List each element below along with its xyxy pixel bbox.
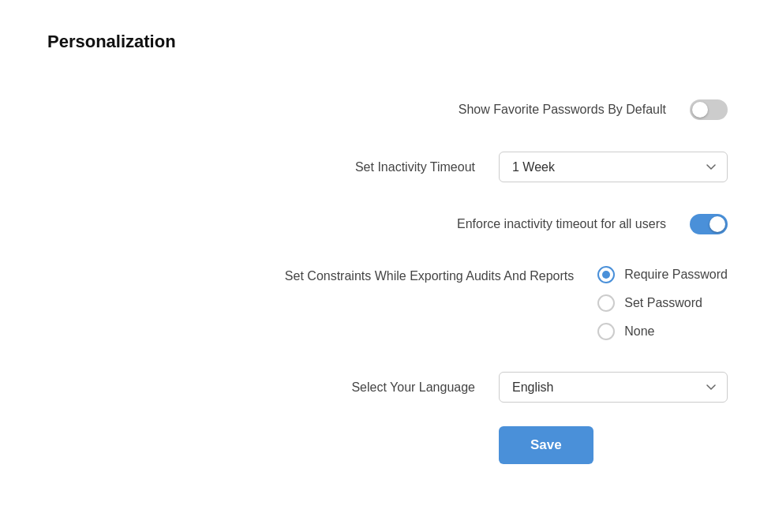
radio-set-password[interactable]: Set Password: [597, 294, 728, 312]
enforce-timeout-row: Enforce inactivity timeout for all users: [47, 198, 728, 250]
inactivity-timeout-select[interactable]: Never 15 Minutes 30 Minutes 1 Hour 1 Day…: [499, 152, 728, 182]
show-favorite-toggle[interactable]: [690, 99, 728, 120]
inactivity-timeout-control: Never 15 Minutes 30 Minutes 1 Hour 1 Day…: [499, 152, 728, 182]
show-favorite-thumb: [692, 102, 708, 118]
enforce-timeout-toggle[interactable]: [690, 214, 728, 234]
enforce-timeout-thumb: [709, 216, 725, 232]
show-favorite-label: Show Favorite Passwords By Default: [459, 103, 666, 117]
radio-none-label: None: [624, 324, 654, 339]
save-row: Save: [47, 418, 728, 464]
settings-container: Show Favorite Passwords By Default Set I…: [47, 84, 728, 464]
inactivity-timeout-label: Set Inactivity Timeout: [355, 160, 475, 174]
export-constraints-row: Set Constraints While Exporting Audits A…: [47, 250, 728, 356]
show-favorite-row: Show Favorite Passwords By Default: [47, 84, 728, 136]
save-row-inner: Save: [499, 426, 728, 464]
language-control: English Spanish French German Portuguese…: [499, 372, 728, 403]
language-label: Select Your Language: [351, 380, 475, 395]
enforce-timeout-label: Enforce inactivity timeout for all users: [457, 217, 666, 231]
radio-require-password[interactable]: Require Password: [597, 266, 728, 283]
radio-require-password-circle: [597, 266, 615, 283]
radio-set-password-label: Set Password: [624, 296, 702, 310]
export-constraints-radio-group: Require Password Set Password None: [597, 266, 728, 340]
export-constraints-label: Set Constraints While Exporting Audits A…: [285, 266, 574, 283]
radio-require-password-inner: [602, 271, 610, 279]
export-constraints-control: Require Password Set Password None: [597, 266, 728, 340]
radio-require-password-label: Require Password: [624, 268, 728, 282]
language-select[interactable]: English Spanish French German Portuguese…: [499, 372, 728, 403]
radio-set-password-circle: [597, 294, 615, 312]
save-button[interactable]: Save: [499, 426, 593, 464]
inactivity-timeout-row: Set Inactivity Timeout Never 15 Minutes …: [47, 136, 728, 198]
radio-none[interactable]: None: [597, 323, 728, 340]
enforce-timeout-track: [690, 214, 728, 234]
language-row: Select Your Language English Spanish Fre…: [47, 356, 728, 418]
page-title: Personalization: [47, 32, 728, 52]
radio-none-circle: [597, 323, 615, 340]
show-favorite-control: [690, 99, 728, 120]
enforce-timeout-control: [690, 214, 728, 234]
show-favorite-track: [690, 99, 728, 120]
